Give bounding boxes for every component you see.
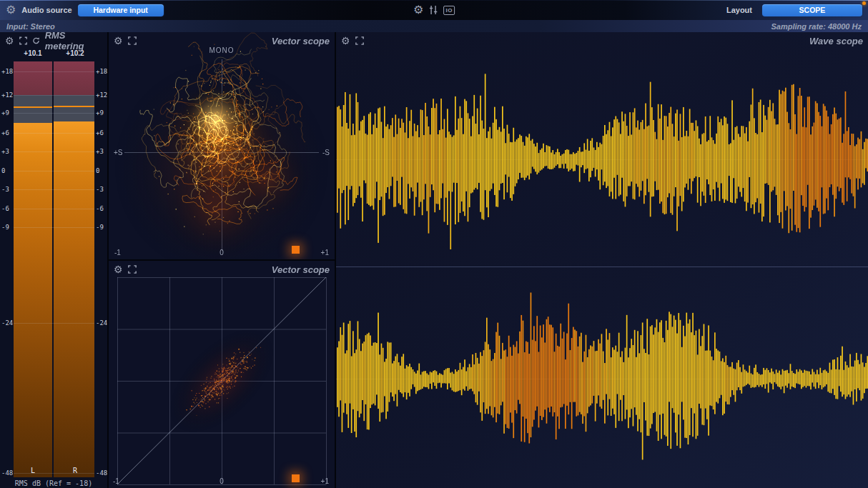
- hardware-input-button[interactable]: Hardware input: [78, 4, 164, 16]
- rms-tick-right: +6: [96, 129, 104, 136]
- settings-gear-icon[interactable]: ⚙: [413, 4, 423, 16]
- rms-tick-left: +12: [1, 91, 13, 99]
- rms-tick-right: +18: [96, 68, 107, 75]
- rms-tick-right: -24: [96, 319, 107, 327]
- rms-channel-label-left: L: [14, 467, 52, 474]
- rms-tick-left: -48: [1, 469, 13, 477]
- rms-tick-right: 0: [96, 167, 99, 174]
- vector-polar-settings-gear-icon[interactable]: ⚙: [114, 36, 123, 46]
- x-axis-plus-one: +1: [321, 249, 329, 257]
- vector-lissajous-header: ⚙ Vector scope: [109, 261, 335, 278]
- wave-fullscreen-icon[interactable]: [355, 36, 364, 45]
- rms-bar-right: [54, 61, 94, 477]
- rms-tick-right: +9: [96, 109, 104, 116]
- rms-tick-left: +18: [1, 68, 13, 75]
- notification-dot: [862, 1, 866, 5]
- rms-gridline: [14, 323, 94, 324]
- x-axis-plus-one: +1: [321, 477, 329, 485]
- rms-tick-right: +3: [96, 148, 104, 155]
- plus-s-axis-label: +S: [114, 149, 123, 156]
- vector-polar-title: Vector scope: [272, 36, 330, 46]
- toolbar-left-group: ⚙ Audio source Hardware input: [0, 4, 164, 16]
- rms-red-zone: [54, 61, 94, 95]
- rms-peak-hold-left: [14, 106, 52, 108]
- wave-panel-header: ⚙ Wave scope: [336, 32, 868, 49]
- rms-gridline: [14, 133, 94, 134]
- vector-polar-header: ⚙ Vector scope: [109, 32, 335, 49]
- rms-tick-left: +9: [1, 109, 9, 116]
- x-axis-zero: 0: [109, 477, 335, 485]
- rms-tick-left: -9: [1, 224, 9, 231]
- rms-gridline: [14, 189, 94, 190]
- rms-gridline: [14, 95, 94, 96]
- rms-caption: RMS dB (Ref = -18): [0, 479, 107, 487]
- wave-display: [336, 32, 868, 488]
- sampling-rate-label: Sampling rate: 48000 Hz: [771, 22, 862, 31]
- rms-gridline: [14, 71, 94, 72]
- rms-fill-right: [54, 121, 94, 477]
- rms-tick-right: -48: [96, 469, 107, 477]
- vector-lissajous-title: Vector scope: [272, 264, 330, 275]
- rms-panel-header: ⚙ RMS metering: [0, 32, 107, 49]
- vector-lissajous-fullscreen-icon[interactable]: [128, 265, 137, 274]
- rms-tick-right: -9: [96, 224, 104, 231]
- audio-source-settings-gear-icon[interactable]: ⚙: [6, 4, 16, 16]
- x-axis-zero: 0: [109, 249, 335, 257]
- wave-settings-gear-icon[interactable]: ⚙: [341, 36, 350, 46]
- app-window: ⚙ Audio source Hardware input ⚙ IO Layou…: [0, 0, 868, 488]
- rms-gridline: [14, 151, 94, 152]
- vector-polar-fullscreen-icon[interactable]: [128, 36, 137, 45]
- rms-gridline: [14, 227, 94, 228]
- vector-polar-freeze-toggle[interactable]: [292, 246, 300, 254]
- vector-lissajous-freeze-toggle[interactable]: [292, 474, 300, 482]
- toolbar-right-group: Layout SCOPE: [726, 4, 868, 16]
- vector-scope-polar-panel: ⚙ Vector scope MONO +S -S -1 0 +1: [109, 32, 335, 259]
- wave-scope-panel: ⚙ Wave scope: [336, 32, 868, 488]
- rms-bar-left: [14, 61, 52, 477]
- rms-peak-hold-right: [54, 106, 94, 107]
- top-toolbar: ⚙ Audio source Hardware input ⚙ IO Layou…: [0, 0, 868, 20]
- status-subbar: Input: Stereo Sampling rate: 48000 Hz: [0, 20, 868, 32]
- rms-fill-left: [14, 123, 52, 477]
- rms-tick-left: -6: [1, 205, 9, 212]
- rms-tick-left: +3: [1, 148, 9, 155]
- wave-panel-title: Wave scope: [809, 36, 863, 46]
- rms-tick-left: 0: [1, 167, 5, 174]
- rms-tick-right: -6: [96, 205, 104, 212]
- rms-settings-gear-icon[interactable]: ⚙: [5, 36, 14, 46]
- rms-gridline: [14, 209, 94, 209]
- minus-s-axis-label: -S: [322, 149, 330, 156]
- main-grid: ⚙ RMS metering +10.1 +10.2: [0, 32, 868, 488]
- rms-tick-right: +12: [96, 91, 107, 99]
- layout-label: Layout: [726, 6, 752, 14]
- scope-layout-button[interactable]: SCOPE: [762, 4, 862, 16]
- audio-source-label: Audio source: [21, 6, 71, 14]
- rms-gridline: [14, 113, 94, 114]
- io-routing-icon[interactable]: IO: [443, 6, 454, 15]
- rms-reset-icon[interactable]: [32, 36, 40, 45]
- rms-red-zone: [14, 61, 52, 95]
- rms-tick-left: +6: [1, 129, 9, 136]
- toolbar-center-group: ⚙ IO: [413, 0, 455, 20]
- rms-gray-zone: [14, 95, 52, 123]
- rms-gridline: [14, 171, 94, 171]
- vector-polar-display: [109, 32, 335, 259]
- rms-gray-zone: [54, 95, 94, 121]
- rms-fullscreen-icon[interactable]: [19, 36, 27, 45]
- vector-lissajous-settings-gear-icon[interactable]: ⚙: [114, 264, 123, 274]
- vector-lissajous-display: [109, 261, 335, 488]
- input-status-label: Input: Stereo: [6, 22, 55, 31]
- rms-metering-panel: ⚙ RMS metering +10.1 +10.2: [0, 32, 107, 488]
- rms-channel-label-right: R: [56, 467, 94, 474]
- rms-tick-right: -3: [96, 186, 104, 193]
- mixer-sliders-icon[interactable]: [428, 5, 438, 15]
- rms-panel-title: RMS metering: [45, 32, 102, 51]
- rms-tick-left: -24: [1, 319, 13, 327]
- rms-tick-left: -3: [1, 186, 9, 193]
- vector-scope-lissajous-panel: ⚙ Vector scope -1 0 +1: [109, 261, 335, 488]
